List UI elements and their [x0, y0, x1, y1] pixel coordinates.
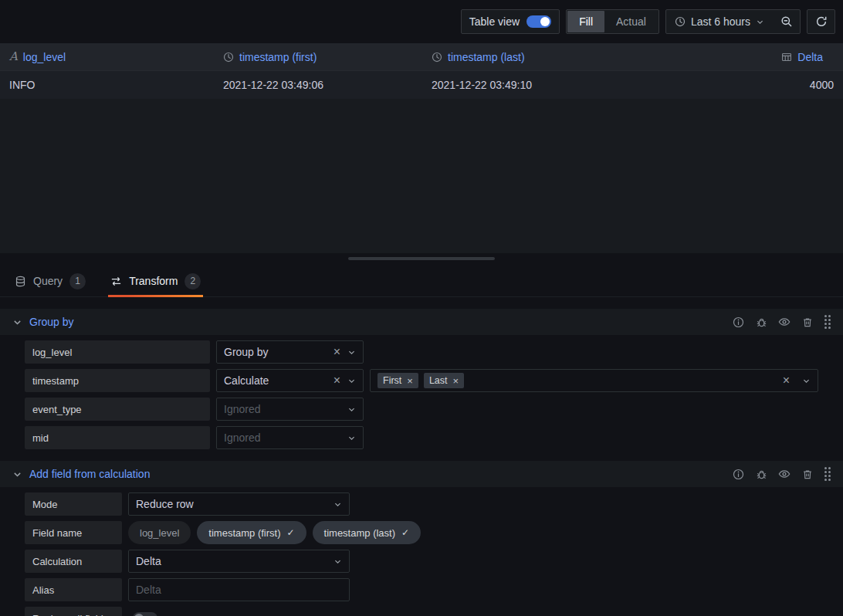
- debug-bug-icon[interactable]: [755, 316, 767, 328]
- transform-row: mid Ignored: [25, 426, 818, 449]
- info-icon[interactable]: [732, 468, 744, 480]
- select-value: Ignored: [224, 403, 347, 415]
- drag-handle-icon[interactable]: [824, 315, 831, 329]
- pill-label: timestamp (first): [208, 527, 280, 539]
- mode-select[interactable]: Reduce row: [128, 492, 350, 516]
- chevron-down-icon: [333, 500, 342, 509]
- magnifier-minus-icon: [780, 15, 793, 28]
- time-range-picker[interactable]: Last 6 hours: [666, 10, 773, 33]
- column-label: timestamp (last): [448, 51, 525, 63]
- tab-transform[interactable]: Transform 2: [108, 266, 203, 296]
- string-field-icon: A: [9, 51, 18, 63]
- pill-label: timestamp (last): [324, 527, 395, 539]
- replace-all-fields-toggle[interactable]: [133, 612, 157, 616]
- trash-icon[interactable]: [801, 468, 814, 480]
- field-label: Mode: [25, 492, 122, 516]
- remove-tag-icon[interactable]: ×: [453, 376, 459, 386]
- table-view-label: Table view: [469, 15, 520, 28]
- group-by-select-mid[interactable]: Ignored: [216, 426, 364, 449]
- eye-icon[interactable]: [778, 316, 791, 328]
- transform-group-by: Group by log_level Group by ×: [0, 309, 843, 449]
- transform-count-badge: 2: [185, 273, 201, 289]
- clock-icon: [223, 52, 234, 63]
- tab-label: Query: [33, 275, 63, 287]
- chevron-down-icon: [347, 348, 356, 357]
- info-icon[interactable]: [732, 316, 744, 328]
- refresh-group: [807, 9, 835, 34]
- panel-toolbar: Table view Fill Actual Last 6 hours: [0, 0, 843, 43]
- table-panel: A log_level timestamp (first) timestamp …: [0, 43, 843, 253]
- pill-label: log_level: [140, 527, 179, 539]
- chevron-down-icon: [802, 377, 811, 385]
- actual-button[interactable]: Actual: [604, 11, 658, 32]
- column-label: log_level: [23, 51, 66, 63]
- column-header-timestamp-first[interactable]: timestamp (first): [214, 43, 422, 70]
- chevron-down-icon: [756, 18, 764, 26]
- column-header-delta[interactable]: Delta: [631, 43, 843, 70]
- time-range-label: Last 6 hours: [691, 15, 750, 28]
- aggregations-multiselect[interactable]: First × Last × ×: [370, 369, 818, 392]
- column-header-log-level[interactable]: A log_level: [0, 43, 214, 70]
- transform-row: Calculation Delta: [25, 550, 818, 573]
- sync-icon: [815, 15, 828, 28]
- panel-resize-handle[interactable]: [348, 257, 495, 260]
- pill-log-level[interactable]: log_level: [128, 521, 191, 544]
- tab-query[interactable]: Query 1: [12, 266, 88, 296]
- remove-tag-icon[interactable]: ×: [407, 376, 413, 386]
- clear-icon[interactable]: ×: [783, 374, 790, 387]
- transform-row: log_level Group by ×: [25, 340, 818, 364]
- chevron-down-icon: [347, 434, 356, 442]
- transform-icon: [110, 276, 122, 287]
- table-view-control[interactable]: Table view: [461, 9, 560, 34]
- zoom-out-button[interactable]: [773, 10, 800, 33]
- add-field-header[interactable]: Add field from calculation: [0, 461, 843, 487]
- calculation-select[interactable]: Delta: [128, 550, 350, 573]
- table-grid-icon: [781, 52, 792, 63]
- alias-input[interactable]: [128, 578, 350, 601]
- debug-bug-icon[interactable]: [755, 468, 767, 480]
- group-by-select-event-type[interactable]: Ignored: [216, 398, 364, 421]
- check-icon: ✓: [401, 527, 409, 538]
- column-label: Delta: [797, 51, 823, 63]
- aggregation-tag-first[interactable]: First ×: [377, 373, 418, 388]
- group-by-header[interactable]: Group by: [0, 309, 843, 335]
- field-label: mid: [25, 426, 210, 449]
- column-header-timestamp-last[interactable]: timestamp (last): [422, 43, 631, 70]
- database-icon: [15, 276, 26, 287]
- clear-icon[interactable]: ×: [333, 346, 340, 358]
- field-label: event_type: [25, 398, 210, 421]
- field-label: log_level: [25, 340, 210, 364]
- drag-handle-icon[interactable]: [824, 467, 831, 481]
- field-label: Replace all fields: [25, 607, 122, 616]
- field-label: Field name: [25, 521, 122, 544]
- transform-row: Mode Reduce row: [25, 492, 818, 516]
- pill-timestamp-last[interactable]: timestamp (last) ✓: [313, 521, 422, 544]
- select-value: Group by: [224, 346, 333, 358]
- chevron-down-icon: [347, 405, 356, 414]
- select-value: Delta: [136, 555, 333, 567]
- trash-icon[interactable]: [801, 316, 814, 328]
- transform-actions: [732, 315, 831, 329]
- cell-timestamp-first: 2021-12-22 03:49:06: [214, 79, 422, 91]
- fill-button[interactable]: Fill: [567, 11, 604, 32]
- aggregation-tag-last[interactable]: Last ×: [424, 373, 464, 388]
- eye-icon[interactable]: [778, 468, 791, 480]
- transform-add-field: Add field from calculation Mode Reduce r…: [0, 461, 843, 616]
- group-by-select-timestamp[interactable]: Calculate ×: [216, 369, 364, 392]
- table-view-toggle[interactable]: [526, 15, 551, 28]
- table-header-row: A log_level timestamp (first) timestamp …: [0, 43, 843, 71]
- replace-all-fields-control: [128, 607, 157, 616]
- cell-log-level: INFO: [0, 79, 214, 91]
- cell-timestamp-last: 2021-12-22 03:49:10: [422, 79, 631, 91]
- add-field-rows: Mode Reduce row Field name log_level tim…: [0, 487, 843, 616]
- table-row: INFO 2021-12-22 03:49:06 2021-12-22 03:4…: [0, 71, 843, 99]
- refresh-button[interactable]: [807, 10, 835, 33]
- clock-icon: [675, 16, 686, 27]
- transform-actions: [732, 467, 831, 481]
- tab-label: Transform: [129, 275, 178, 287]
- group-by-select-log-level[interactable]: Group by ×: [216, 340, 364, 364]
- field-label: Calculation: [25, 550, 122, 573]
- pill-timestamp-first[interactable]: timestamp (first) ✓: [197, 521, 306, 544]
- clear-icon[interactable]: ×: [333, 374, 340, 387]
- display-mode-group: Fill Actual: [566, 9, 659, 34]
